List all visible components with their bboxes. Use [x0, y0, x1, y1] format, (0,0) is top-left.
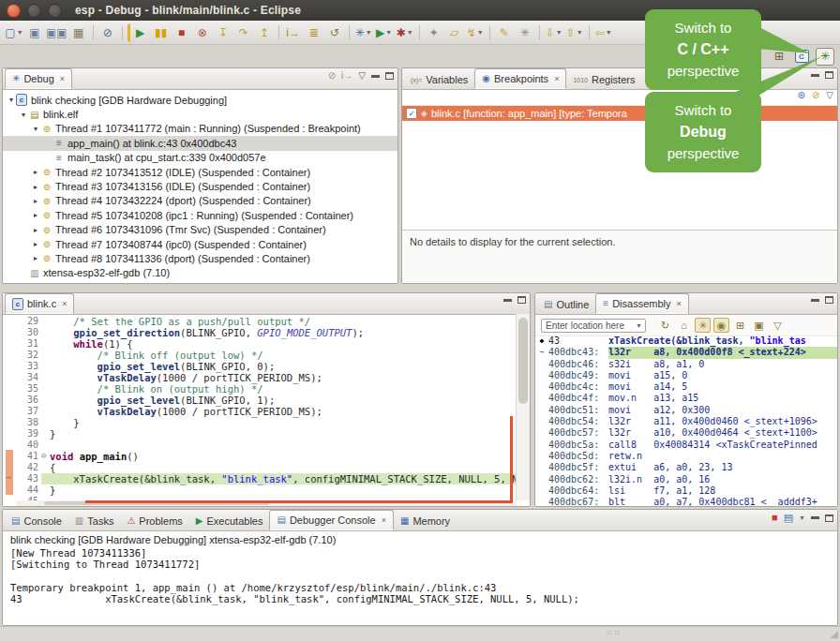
expander-icon[interactable]: ▸ [31, 211, 40, 219]
tab-disassembly[interactable]: ≡Disassembly× [595, 293, 688, 314]
maximize-icon[interactable] [518, 296, 526, 304]
disconnect-icon[interactable]: ⊗ [193, 23, 212, 42]
close-icon[interactable]: × [677, 299, 682, 308]
editor-line[interactable]: 36 gpio_set_level(BLINK_GPIO, 1); [3, 395, 530, 406]
disassembly-row[interactable]: 400dbc54:l32r a11, 0x400d0460 <_stext+10… [535, 416, 837, 427]
external-tools-icon[interactable]: ✱▼ [396, 23, 414, 42]
restart-icon[interactable]: ↺ [325, 23, 344, 42]
editor-vscrollbar-thumb[interactable] [518, 318, 528, 404]
window-minimize-button[interactable] [27, 4, 41, 18]
close-icon[interactable]: × [382, 515, 386, 525]
breakpoint-marker-icon[interactable]: → [4, 471, 15, 481]
tree-row[interactable]: ≡app_main() at blink.c:43 0x400dbc43 [3, 136, 398, 150]
prev-annotation-icon[interactable]: ⇩▼ [545, 23, 563, 42]
editor-line[interactable]: 43 xTaskCreate(&blink_task, "blink_task"… [3, 473, 530, 484]
view-menu-icon[interactable]: ▽ [358, 71, 366, 81]
sash-grip[interactable]: ⁙⁙ [606, 628, 622, 637]
terminate-icon[interactable]: ■ [772, 513, 778, 523]
disassembly-row[interactable]: 400dbc5a:call8 0x40084314 <xTaskCreatePi… [535, 440, 837, 451]
expander-icon[interactable]: ▸ [31, 254, 40, 262]
editor-line[interactable]: 33 gpio_set_level(BLINK_GPIO, 0); [3, 361, 530, 372]
tree-row[interactable]: ▾⊚Thread #1 1073411772 (main : Running) … [3, 122, 398, 136]
step-into-icon[interactable]: ↧ [214, 23, 232, 42]
expander-icon[interactable]: ▾ [19, 111, 28, 119]
format-icon[interactable]: ✎ [495, 23, 514, 42]
fold-icon[interactable]: ⊖ [41, 451, 50, 462]
editor-line[interactable]: 30 gpio_set_direction(BLINK_GPIO, GPIO_M… [3, 327, 530, 338]
editor-line[interactable]: 34 vTaskDelay(1000 / portTICK_PERIOD_MS)… [3, 372, 530, 383]
expander-icon[interactable]: ▸ [31, 197, 40, 205]
close-icon[interactable]: × [60, 74, 65, 83]
step-over-icon[interactable]: ↷ [234, 23, 253, 42]
location-input[interactable]: Enter location here ▼ [541, 319, 646, 333]
sync-context-icon[interactable]: ✳ [695, 318, 711, 333]
debug-launch-icon[interactable]: ✳▼ [354, 23, 373, 42]
save-icon[interactable]: ▣ [25, 23, 44, 42]
editor-line[interactable]: 44} [3, 484, 530, 496]
instruction-stepping-icon[interactable]: i→ [284, 23, 303, 42]
disassembly-row[interactable]: 400dbc51:movi a12, 0x300 [535, 405, 837, 416]
editor-line[interactable]: 37 vTaskDelay(1000 / portTICK_PERIOD_MS)… [3, 406, 530, 417]
window-maximize-button[interactable] [48, 4, 62, 18]
remove-all-terminated-icon[interactable]: ⊘ [328, 71, 336, 81]
editor-line[interactable]: 32 /* Blink off (output low) */ [3, 350, 530, 361]
instruction-stepping-mode-icon[interactable]: i→ [341, 71, 352, 81]
disassembly-row[interactable]: 400dbc4f:mov.n a13, a15 [535, 393, 837, 404]
open-element-icon[interactable]: ▱ [445, 23, 464, 42]
resize-grip-icon[interactable]: ◢ [831, 628, 838, 640]
tab-problems[interactable]: ⚠Problems [120, 512, 188, 530]
tab-tasks[interactable]: ▥Tasks [68, 512, 121, 530]
tree-row[interactable]: ▸⊚Thread #5 1073410208 (ipc1 : Running) … [3, 208, 398, 222]
disassembly-row[interactable]: 400dbc5f:extui a6, a0, 23, 13 [535, 462, 837, 473]
tab-outline[interactable]: ▤Outline [537, 295, 595, 314]
skip-all-breakpoints-icon[interactable]: ⊘ [812, 91, 819, 100]
expander-icon[interactable]: ▸ [31, 183, 40, 191]
tree-row[interactable]: ▾cblink checking [GDB Hardware Debugging… [3, 93, 398, 107]
minimize-icon[interactable] [503, 299, 512, 302]
tab-executables[interactable]: ▶Executables [189, 512, 270, 530]
link-with-debug-icon[interactable]: ⊛ [798, 91, 805, 100]
tree-row[interactable]: ▸⊚Thread #4 1073432224 (dport) (Suspende… [3, 194, 398, 208]
minimize-icon[interactable] [371, 75, 380, 78]
debug-perspective-icon[interactable]: ✳ [816, 48, 834, 66]
use-step-filters-icon[interactable]: ≣ [305, 23, 323, 42]
build-icon[interactable]: ▦ [69, 23, 88, 42]
disassembly-row[interactable]: 400dbc46:s32i a8, a1, 0 [535, 359, 837, 370]
maximize-icon[interactable] [825, 296, 833, 304]
expander-icon[interactable]: ▾ [7, 96, 16, 104]
tab-memory[interactable]: ▦Memory [394, 512, 457, 530]
tab-breakpoints[interactable]: ◉Breakpoints× [474, 68, 566, 89]
run-launch-icon[interactable]: ▶▼ [375, 23, 394, 42]
editor-line[interactable]: 42{ [3, 462, 530, 473]
disassembly-row[interactable]: 400dbc49:movi a15, 0 [535, 370, 837, 381]
expander-icon[interactable]: ▸ [31, 168, 40, 176]
chevron-down-icon[interactable]: ▼ [636, 322, 645, 329]
tab-debugger-console[interactable]: ▤Debugger Console× [269, 510, 393, 530]
editor-line[interactable]: 29 /* Set the GPIO as a push/pull output… [3, 316, 530, 327]
new-view-icon[interactable]: ⊞ [732, 318, 748, 333]
expander-icon[interactable]: ▾ [31, 125, 40, 133]
open-perspective-icon[interactable]: ⊞ [771, 49, 788, 65]
tree-row[interactable]: ▸⊚Thread #8 1073411336 (dport) (Suspende… [3, 251, 398, 265]
minimize-icon[interactable] [811, 299, 819, 302]
tree-row[interactable]: ▥xtensa-esp32-elf-gdb (7.10) [3, 266, 398, 280]
tab-debug[interactable]: ✳ Debug × [5, 68, 72, 89]
tab-registers[interactable]: 1010Registers [566, 70, 641, 89]
disassembly-row[interactable]: 400dbc64:lsi f7, a1, 128 [535, 485, 837, 497]
disassembly-row[interactable]: 400dbc57:l32r a10, 0x400d0464 <_stext+11… [535, 427, 837, 439]
close-icon[interactable]: × [62, 299, 67, 308]
minimize-icon[interactable] [811, 516, 819, 519]
disassembly-row[interactable]: 400dbc62:l32i.n a0, a0, 16 [535, 474, 837, 485]
tab-variables[interactable]: (x)=Variables [404, 70, 474, 89]
breakpoint-row[interactable]: ✓ ◈ blink.c [function: app_main] [type: … [402, 106, 837, 121]
window-close-button[interactable] [7, 4, 21, 18]
maximize-icon[interactable] [825, 71, 833, 79]
disassembly-row[interactable]: 400dbc4c:movi a14, 5 [535, 381, 837, 393]
home-icon[interactable]: ⌂ [676, 318, 692, 333]
expander-icon[interactable]: ▸ [31, 240, 40, 248]
save-all-icon[interactable]: ▣▣ [46, 23, 68, 42]
terminate-icon[interactable]: ■ [172, 23, 191, 42]
tab-console[interactable]: ▤Console [5, 512, 68, 530]
resume-icon[interactable]: ▶ [128, 23, 150, 42]
minimize-icon[interactable] [811, 74, 819, 77]
